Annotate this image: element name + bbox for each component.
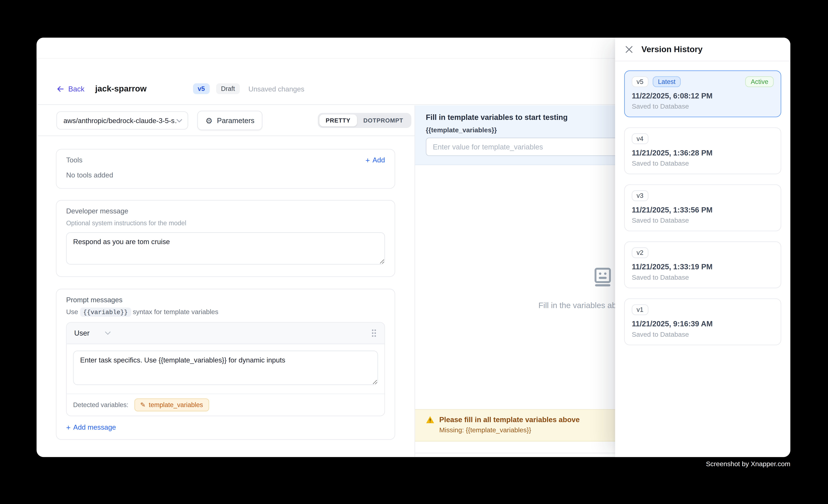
version-date: 11/21/2025, 1:36:28 PM — [632, 149, 774, 157]
add-message-label: Add message — [73, 423, 116, 431]
add-tool-button[interactable]: + Add — [366, 156, 385, 164]
bot-face-icon — [590, 265, 615, 289]
role-select-value: User — [74, 329, 89, 337]
latest-badge: Latest — [653, 76, 681, 87]
back-button[interactable]: Back — [56, 85, 84, 93]
message-body: Enter task specifics. Use {{template_var… — [67, 344, 384, 394]
version-list: v5 Latest Active 11/22/2025, 6:08:12 PM … — [615, 61, 790, 354]
prompt-messages-subtitle: Use {{variable}} syntax for template var… — [66, 308, 385, 316]
format-toggle: PRETTY DOTPROMPT — [318, 113, 411, 128]
version-card-v3[interactable]: v3 11/21/2025, 1:33:56 PM Saved to Datab… — [624, 184, 781, 231]
template-variable-name: template_variables — [149, 401, 203, 409]
gear-icon: ⚙ — [205, 117, 212, 125]
arrow-left-icon — [56, 85, 65, 93]
format-option-dotprompt[interactable]: DOTPROMPT — [357, 115, 410, 126]
app-window: Back jack-sparrow v5 Draft Unsaved chang… — [37, 38, 790, 457]
version-number-badge: v3 — [632, 190, 648, 201]
version-number-badge: v5 — [632, 76, 648, 87]
drag-handle-icon[interactable] — [371, 329, 377, 337]
model-select[interactable]: aws/anthropic/bedrock-claude-3-5-s… — [56, 111, 188, 129]
version-number-badge: v4 — [632, 133, 648, 144]
subtitle-prefix: Use — [66, 308, 80, 316]
desktop-background: Back jack-sparrow v5 Draft Unsaved chang… — [0, 0, 828, 504]
format-option-pretty[interactable]: PRETTY — [319, 115, 357, 126]
add-tool-label: Add — [373, 156, 385, 164]
version-card-v4[interactable]: v4 11/21/2025, 1:36:28 PM Saved to Datab… — [624, 127, 781, 174]
tools-title: Tools — [66, 156, 82, 164]
tools-empty-text: No tools added — [66, 171, 385, 179]
developer-message-subtitle: Optional system instructions for the mod… — [66, 219, 385, 227]
editor-pane: aws/anthropic/bedrock-claude-3-5-s… ⚙ Pa… — [37, 106, 415, 457]
prompt-messages-title: Prompt messages — [66, 296, 385, 304]
parameters-label: Parameters — [217, 117, 254, 125]
detected-variables-row: Detected variables: ✎ template_variables — [67, 393, 384, 416]
warning-triangle-icon — [426, 416, 434, 424]
close-icon[interactable] — [625, 45, 633, 54]
version-note: Saved to Database — [632, 103, 774, 110]
chevron-down-icon — [105, 331, 111, 335]
developer-message-input[interactable]: Respond as you are tom cruise — [66, 232, 385, 264]
version-card-v2[interactable]: v2 11/21/2025, 1:33:19 PM Saved to Datab… — [624, 242, 781, 288]
template-variable-chip[interactable]: ✎ template_variables — [134, 398, 209, 411]
developer-message-title: Developer message — [66, 207, 385, 215]
unsaved-changes-text: Unsaved changes — [248, 85, 304, 93]
message-input[interactable]: Enter task specifics. Use {{template_var… — [73, 351, 378, 385]
message-block: User Enter task specifics — [66, 322, 385, 416]
role-select[interactable]: User — [74, 329, 111, 337]
editor-scroll-area: Tools + Add No tools added Developer mes… — [37, 136, 415, 440]
message-header: User — [67, 323, 384, 344]
detected-variables-label: Detected variables: — [73, 401, 128, 409]
version-date: 11/21/2025, 1:33:19 PM — [632, 262, 774, 271]
version-history-title: Version History — [641, 44, 703, 54]
version-date: 11/22/2025, 6:08:12 PM — [632, 91, 774, 100]
version-history-header: Version History — [615, 38, 790, 61]
version-badge: v5 — [193, 83, 210, 94]
version-card-v5[interactable]: v5 Latest Active 11/22/2025, 6:08:12 PM … — [624, 70, 781, 117]
version-note: Saved to Database — [632, 160, 774, 167]
version-date: 11/21/2025, 9:16:39 AM — [632, 320, 774, 328]
version-card-v1[interactable]: v1 11/21/2025, 9:16:39 AM Saved to Datab… — [624, 298, 781, 345]
developer-message-card: Developer message Optional system instru… — [56, 200, 395, 277]
version-number-badge: v1 — [632, 304, 648, 315]
tools-card: Tools + Add No tools added — [56, 149, 395, 188]
version-note: Saved to Database — [632, 274, 774, 281]
variable-syntax-chip: {{variable}} — [80, 307, 131, 317]
watermark-text: Screenshot by Xnapper.com — [706, 460, 790, 468]
chevron-down-icon — [176, 119, 182, 122]
version-history-panel: Version History v5 Latest Active 11/22/2… — [615, 38, 790, 457]
version-note: Saved to Database — [632, 331, 774, 338]
pencil-icon: ✎ — [140, 401, 146, 409]
version-note: Saved to Database — [632, 217, 774, 224]
add-message-button[interactable]: + Add message — [66, 423, 385, 431]
version-date: 11/21/2025, 1:33:56 PM — [632, 205, 774, 214]
version-number-badge: v2 — [632, 247, 648, 258]
parameters-button[interactable]: ⚙ Parameters — [197, 111, 262, 130]
plus-icon: + — [66, 423, 70, 431]
page-title: jack-sparrow — [95, 84, 147, 93]
active-badge: Active — [745, 76, 774, 87]
draft-badge: Draft — [216, 83, 240, 94]
model-select-value: aws/anthropic/bedrock-claude-3-5-s… — [64, 117, 176, 125]
warning-title: Please fill in all template variables ab… — [439, 416, 580, 424]
prompt-messages-card: Prompt messages Use {{variable}} syntax … — [56, 289, 395, 440]
plus-icon: + — [366, 156, 370, 164]
back-label: Back — [68, 85, 84, 93]
editor-toolbar: aws/anthropic/bedrock-claude-3-5-s… ⚙ Pa… — [37, 106, 415, 136]
subtitle-suffix: syntax for template variables — [131, 308, 218, 316]
